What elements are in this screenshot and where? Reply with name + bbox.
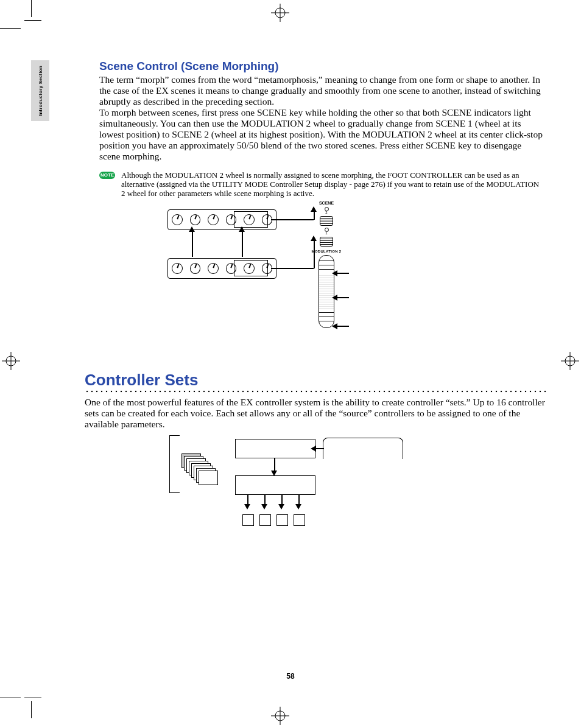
dest-square [259, 514, 271, 526]
source-box [323, 438, 403, 459]
dotted-rule [85, 390, 548, 393]
knob-strip-scene1 [167, 258, 276, 279]
page-number: 58 [0, 672, 581, 681]
diagram-scene-morphing: SCENE 2 1 MODULATION 2 [167, 201, 423, 344]
dest-square [242, 514, 254, 526]
section-tab: Introductory Section [31, 60, 49, 121]
diagram-controller-sets [169, 434, 425, 537]
note-text: Although the MODULATION 2 wheel is norma… [121, 170, 544, 198]
scene-button-1 [320, 237, 333, 247]
subheading-scene-control: Scene Control (Scene Morphing) [99, 60, 544, 73]
scene-button-2 [320, 216, 333, 226]
body-scene-control: The term “morph” comes from the word “me… [99, 74, 544, 162]
registration-mark [271, 707, 289, 725]
registration-mark [561, 352, 579, 370]
param-box-top [235, 439, 315, 458]
body-controller-sets: One of the most powerful features of the… [85, 397, 548, 430]
heading-controller-sets: Controller Sets [85, 371, 548, 388]
registration-mark [2, 352, 20, 370]
registration-mark [271, 4, 289, 22]
scene-label: SCENE [311, 201, 342, 205]
param-box-bottom [235, 475, 315, 495]
dest-square [294, 514, 305, 526]
section-tab-label: Introductory Section [38, 66, 43, 116]
scene-num-1: 1 [311, 231, 342, 235]
scene-num-2: 2 [311, 211, 342, 214]
knob-strip-scene2 [167, 209, 276, 230]
dest-square [276, 514, 288, 526]
modulation-wheel [319, 255, 334, 328]
controller-set-stack [181, 453, 217, 490]
modulation-label: MODULATION 2 [311, 250, 342, 253]
note-badge: NOTE [99, 172, 115, 179]
